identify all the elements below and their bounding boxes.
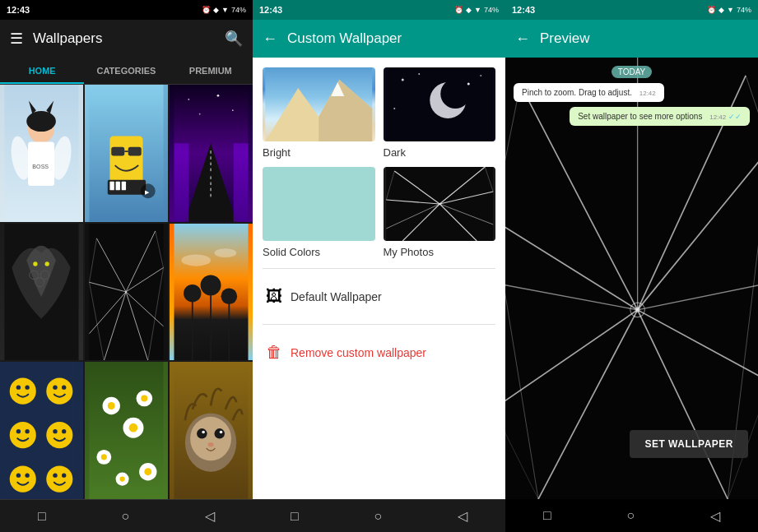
svg-rect-25 [234, 143, 249, 221]
wallpaper-item-6[interactable] [170, 224, 253, 361]
search-icon[interactable]: 🔍 [225, 30, 243, 48]
bottom-nav-3: □ ○ ◁ [505, 499, 758, 532]
bright-label: Bright [263, 146, 375, 159]
svg-point-94 [215, 428, 225, 438]
status-bar-1: 12:43 ⏰ ◆ ▼ 74% [0, 0, 253, 20]
svg-point-59 [10, 378, 36, 405]
remove-wallpaper-icon: 🗑 [266, 343, 282, 362]
today-badge: TODAY [612, 66, 653, 78]
panel-custom-wallpaper: 12:43 ⏰ ◆ ▼ 74% ← Custom Wallpaper [253, 0, 505, 532]
divider-1 [263, 268, 495, 269]
wallpaper-item-3[interactable] [170, 85, 253, 222]
svg-point-35 [45, 261, 49, 266]
set-wallpaper-bar: SET WALLPAPER [505, 430, 758, 458]
panel2-content: Bright [253, 58, 505, 499]
nav-square-btn-2[interactable]: □ [291, 509, 299, 524]
nav-back-btn-2[interactable]: ◁ [458, 508, 467, 524]
nav-circle-btn-2[interactable]: ○ [374, 509, 382, 524]
wallpaper-item-8[interactable] [85, 362, 168, 499]
svg-point-74 [46, 466, 72, 493]
svg-point-97 [207, 442, 213, 446]
signal-icon-3: ◆ [718, 6, 724, 14]
svg-text:BOSS: BOSS [32, 164, 49, 170]
tab-home[interactable]: HOME [0, 58, 84, 84]
myphotos-preview [384, 167, 496, 241]
wifi-icon-2: ▼ [474, 6, 481, 14]
svg-point-96 [220, 431, 223, 434]
svg-point-107 [467, 83, 469, 86]
tab-premium[interactable]: PREMIUM [169, 58, 253, 84]
set-wallpaper-button[interactable]: SET WALLPAPER [630, 430, 748, 458]
menu-icon[interactable]: ☰ [10, 30, 23, 48]
wallpaper-item-4[interactable] [0, 224, 83, 361]
svg-point-62 [46, 378, 72, 405]
svg-rect-17 [122, 182, 126, 191]
svg-point-73 [25, 474, 29, 478]
svg-point-67 [25, 429, 29, 433]
chat-text-2: Set wallpaper to see more options [578, 112, 702, 121]
wallpaper-item-5[interactable] [85, 224, 168, 361]
default-wallpaper-option[interactable]: 🖼 Default Wallpaper [263, 279, 495, 314]
chat-container: TODAY Pinch to zoom. Drag to adjust. 12:… [505, 66, 758, 126]
nav-circle-btn-3[interactable]: ○ [626, 508, 635, 523]
wallpaper-item-1[interactable]: BOSS [0, 85, 83, 222]
chat-time-2: 12:42 [709, 113, 726, 121]
nav-square-btn-1[interactable]: □ [38, 509, 46, 524]
svg-point-85 [141, 396, 147, 402]
svg-rect-16 [116, 182, 120, 191]
wallpaper-item-7[interactable] [0, 362, 83, 499]
nav-back-btn-1[interactable]: ◁ [205, 508, 215, 524]
svg-point-92 [190, 417, 231, 460]
chat-bubble-2: Set wallpaper to see more options 12:42 … [570, 107, 750, 126]
svg-point-29 [199, 113, 201, 115]
option-solid[interactable]: Solid Colors [263, 167, 375, 258]
svg-point-89 [119, 477, 124, 482]
nav-back-btn-3[interactable]: ◁ [710, 508, 720, 524]
svg-point-69 [53, 429, 57, 433]
battery-icon-2: 74% [484, 6, 499, 14]
panel-wallpapers: 12:43 ⏰ ◆ ▼ 74% ☰ Wallpapers 🔍 HOME CATE… [0, 0, 253, 532]
divider-2 [263, 324, 495, 325]
chat-bubble-right-wrapper: Set wallpaper to see more options 12:42 … [514, 107, 750, 126]
wallpaper-grid: BOSS [0, 85, 253, 499]
back-button-3[interactable]: ← [515, 30, 530, 48]
nav-circle-btn-1[interactable]: ○ [121, 509, 129, 524]
svg-point-56 [181, 254, 211, 266]
wallpaper-options-grid: Bright [263, 67, 495, 258]
remove-wallpaper-option[interactable]: 🗑 Remove custom wallpaper [263, 335, 495, 370]
svg-point-104 [440, 79, 470, 109]
panel-preview: 12:43 ⏰ ◆ ▼ 74% ← Preview [505, 0, 758, 532]
svg-point-28 [232, 109, 234, 111]
svg-point-140 [635, 308, 640, 313]
svg-point-63 [53, 386, 57, 390]
option-dark[interactable]: Dark [384, 67, 496, 159]
chat-time-1: 12:42 [639, 90, 656, 97]
dark-label: Dark [384, 146, 496, 159]
status-time-3: 12:43 [512, 5, 535, 15]
svg-point-106 [418, 73, 420, 75]
back-button-2[interactable]: ← [263, 30, 277, 48]
wallpaper-item-9[interactable] [170, 362, 253, 499]
nav-square-btn-3[interactable]: □ [543, 508, 551, 523]
option-bright[interactable]: Bright [263, 67, 375, 159]
alarm-icon-3: ⏰ [707, 6, 716, 14]
svg-point-61 [25, 386, 29, 390]
app-header-1: ☰ Wallpapers 🔍 [0, 20, 253, 58]
battery-icon-3: 74% [737, 6, 751, 14]
svg-point-108 [480, 75, 481, 76]
app-title-1: Wallpapers [33, 30, 215, 47]
status-time-2: 12:43 [259, 5, 282, 15]
battery-icon: 74% [231, 6, 246, 14]
remove-wallpaper-label: Remove custom wallpaper [291, 346, 426, 359]
svg-point-105 [401, 79, 403, 81]
svg-point-26 [188, 99, 189, 100]
signal-icon: ◆ [213, 6, 219, 14]
alarm-icon: ⏰ [202, 6, 211, 14]
tab-categories[interactable]: CATEGORIES [84, 58, 168, 84]
panel3-title: Preview [540, 30, 589, 47]
alarm-icon-2: ⏰ [454, 6, 463, 14]
option-myphotos[interactable]: My Photos [384, 167, 496, 258]
bright-preview [263, 67, 375, 141]
wallpaper-item-2[interactable]: ▶ [85, 85, 168, 222]
svg-point-72 [16, 474, 21, 478]
